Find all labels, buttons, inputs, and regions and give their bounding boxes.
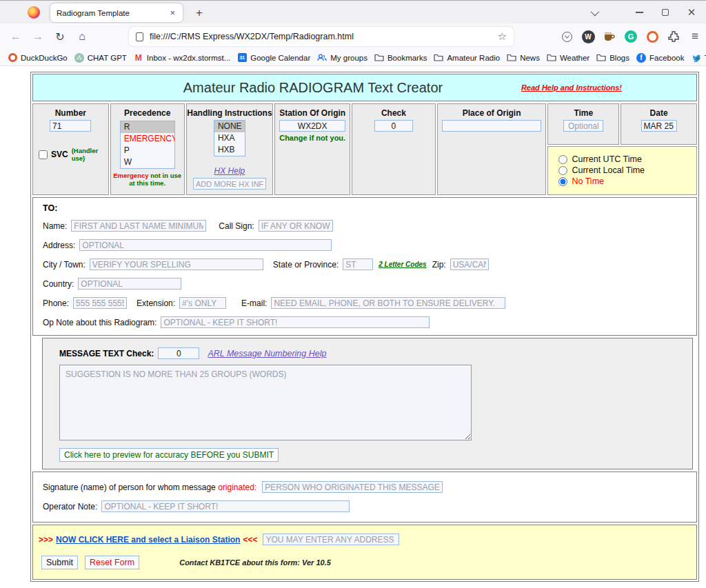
message-check-input[interactable] [158, 347, 199, 359]
liaison-address-input[interactable] [263, 534, 399, 545]
country-input[interactable] [78, 278, 181, 290]
radiogram-form: Amateur Radio RADIOGRAM Text Creator Rea… [30, 72, 699, 582]
radio-no-time[interactable] [558, 177, 567, 186]
reset-form-button[interactable]: Reset Form [85, 556, 139, 569]
signature-input[interactable] [262, 481, 443, 493]
grammarly-icon[interactable]: G [624, 30, 638, 43]
hx-more-input[interactable] [193, 178, 266, 190]
folder-icon [434, 53, 443, 63]
time-cell: Time [547, 103, 619, 145]
facebook-icon: f [636, 53, 646, 63]
phone-input[interactable] [73, 297, 127, 309]
bookmarks-overflow-icon[interactable]: » [696, 52, 700, 63]
precedence-option-w[interactable]: W [121, 156, 174, 168]
email-input[interactable] [271, 297, 505, 309]
precedence-option-r[interactable]: R [121, 121, 174, 133]
operator-note-input[interactable] [101, 500, 350, 512]
message-textarea[interactable] [59, 365, 472, 440]
radio-current-local-time[interactable] [558, 166, 567, 175]
preview-button[interactable]: Click here to preview for accuracy BEFOR… [59, 448, 279, 462]
handling-listbox[interactable]: NONE HXA HXB [214, 120, 245, 156]
folder-icon [507, 53, 516, 63]
radiogram-opnote-input[interactable] [161, 316, 430, 328]
hx-help-link[interactable]: HX Help [187, 166, 273, 176]
email-label: E-mail: [241, 298, 267, 308]
extensions-puzzle-icon[interactable] [667, 30, 680, 43]
bookmarks-bar: DuckDuckGo ⁂ CHAT GPT M Inbox - wx2dx.st… [0, 50, 706, 66]
precedence-option-emergency[interactable]: EMERGENCY [121, 133, 174, 145]
url-text[interactable]: file:///C:/RMS Express/WX2DX/Temp/Radiog… [150, 32, 498, 41]
phone-label: Phone: [43, 298, 69, 308]
handling-cell: Handling Instructions NONE HXA HXB HX He… [186, 103, 274, 195]
tab-list-chevron-icon[interactable] [583, 1, 604, 24]
home-icon[interactable]: ⌂ [72, 30, 92, 43]
date-label: Date [621, 108, 696, 118]
bookmark-folder-blogs[interactable]: Blogs [593, 52, 633, 64]
svc-checkbox[interactable] [39, 150, 48, 159]
precedence-option-p[interactable]: P [121, 145, 174, 156]
bookmark-folder-news[interactable]: News [503, 52, 543, 64]
groups-icon [317, 53, 327, 63]
browser-tab[interactable]: Radiogram Template × [50, 3, 183, 22]
reload-icon[interactable]: ↻ [50, 30, 70, 43]
back-icon[interactable]: ← [6, 30, 26, 43]
bookmark-folder-amateur-radio[interactable]: Amateur Radio [430, 52, 503, 64]
check-input[interactable] [374, 120, 413, 132]
bookmark-facebook[interactable]: f Facebook [633, 52, 688, 64]
two-letter-codes-link[interactable]: 2 Letter Codes [379, 261, 426, 268]
precedence-label: Precedence [111, 108, 184, 118]
url-bar[interactable]: file:///C:/RMS Express/WX2DX/Temp/Radiog… [129, 27, 514, 46]
station-input[interactable] [279, 120, 345, 132]
handling-option-hxa[interactable]: HXA [214, 132, 245, 144]
title-bar: Radiogram Template × + ✕ [0, 0, 706, 23]
tab-close-icon[interactable]: × [168, 8, 176, 18]
handling-option-none[interactable]: NONE [214, 121, 245, 132]
bookmark-folder-weather[interactable]: Weather [543, 52, 593, 64]
place-of-origin-cell: Place of Origin [437, 103, 547, 195]
coffee-extension-icon[interactable] [603, 30, 616, 43]
check-cell: Check [352, 103, 436, 195]
handling-option-hxb[interactable]: HXB [214, 144, 245, 156]
callsign-input[interactable] [259, 220, 333, 232]
date-input[interactable] [641, 120, 677, 132]
bookmark-inbox[interactable]: M Inbox - wx2dx.stormst... [130, 52, 234, 64]
state-input[interactable] [343, 258, 373, 270]
menu-hamburger-icon[interactable]: ≡ [688, 30, 702, 43]
maximize-button[interactable] [655, 1, 676, 24]
bookmark-google-calendar[interactable]: 31 Google Calendar [234, 52, 314, 64]
state-label: State or Province: [273, 260, 339, 270]
duckduckgo-icon [8, 53, 17, 63]
firefox-view-button[interactable] [28, 6, 40, 19]
zip-input[interactable] [450, 258, 489, 270]
number-input[interactable] [50, 120, 91, 132]
page-title: Amateur Radio RADIOGRAM Text Creator [183, 80, 443, 96]
city-input[interactable] [90, 258, 263, 270]
read-help-link[interactable]: Read Help and Instructions! [521, 83, 622, 92]
submit-button[interactable]: Submit [41, 556, 78, 569]
extension-label: Extension: [137, 298, 175, 308]
folder-icon [596, 53, 606, 63]
orange-extension-icon[interactable] [645, 30, 659, 43]
new-tab-button[interactable]: + [191, 5, 208, 21]
bookmark-folder-bookmarks[interactable]: Bookmarks [371, 52, 431, 64]
address-input[interactable] [79, 239, 332, 251]
bookmark-star-icon[interactable]: ☆ [498, 30, 507, 43]
bookmark-my-groups[interactable]: My groups [314, 52, 371, 64]
forward-icon[interactable]: → [28, 30, 48, 43]
radio-current-utc-time[interactable] [558, 155, 567, 164]
close-button[interactable]: ✕ [681, 1, 702, 24]
precedence-cell: Precedence R EMERGENCY P W Emergency not… [110, 103, 185, 195]
minimize-button[interactable] [629, 1, 649, 24]
extension-input[interactable] [179, 297, 226, 309]
bookmark-chatgpt[interactable]: ⁂ CHAT GPT [71, 52, 130, 64]
bookmark-duckduckgo[interactable]: DuckDuckGo [4, 52, 71, 64]
pocket-icon[interactable] [560, 30, 574, 43]
profile-avatar[interactable]: W [581, 30, 595, 43]
arl-numbering-help-link[interactable]: ARL Message Numbering Help [208, 349, 326, 358]
place-input[interactable] [442, 120, 541, 132]
gmail-icon: M [134, 53, 143, 63]
name-input[interactable] [71, 220, 206, 232]
precedence-listbox[interactable]: R EMERGENCY P W [120, 121, 175, 169]
time-input[interactable] [563, 120, 603, 132]
liaison-station-link[interactable]: NOW CLICK HERE and select a Liaison Stat… [56, 535, 240, 545]
